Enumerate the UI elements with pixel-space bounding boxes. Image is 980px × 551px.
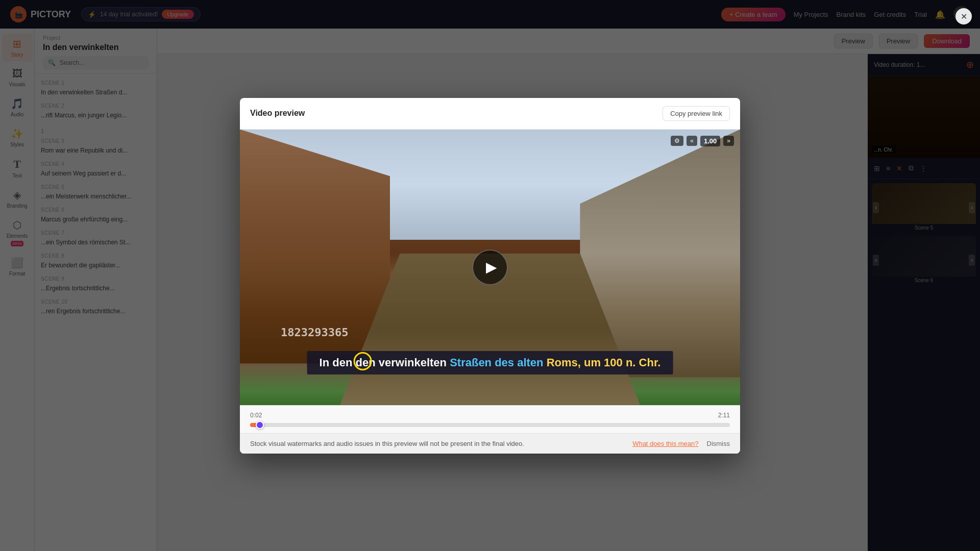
subtitle-normal: In den	[320, 356, 356, 369]
modal-header-actions: Copy preview link	[663, 106, 730, 121]
video-controls-top: ⚙ « 1.00 »	[671, 136, 734, 146]
cursor-circle	[354, 352, 372, 370]
timeline-times: 0:02 2:11	[250, 412, 730, 419]
play-button[interactable]: ▶	[472, 249, 508, 285]
copy-preview-button[interactable]: Copy preview link	[663, 106, 730, 121]
video-background: 1823293365 ▶ ⚙ « 1.00 » In den den ve	[240, 130, 740, 405]
settings-button[interactable]: ⚙	[671, 136, 683, 146]
what-does-this-mean-link[interactable]: What does this mean?	[632, 440, 698, 447]
dismiss-button[interactable]: Dismiss	[707, 440, 730, 447]
video-subtitle: In den den verwinkelten Straßen des alte…	[307, 351, 673, 374]
fast-forward-button[interactable]: »	[723, 136, 734, 146]
modal-close-button[interactable]: ✕	[955, 8, 972, 24]
modal-overlay: ✕ Video preview Copy preview link	[0, 0, 980, 551]
bottom-links: What does this mean? Dismiss	[632, 440, 730, 447]
modal-bottom-bar: Stock visual watermarks and audio issues…	[240, 433, 740, 454]
subtitle-normal-2: verwinkelten	[376, 356, 450, 369]
modal-header: Video preview Copy preview link	[240, 98, 740, 130]
timeline-track[interactable]	[250, 423, 730, 427]
speed-display: 1.00	[700, 136, 720, 146]
timeline-thumb[interactable]	[256, 421, 264, 429]
current-time: 0:02	[250, 412, 262, 419]
modal-title: Video preview	[250, 109, 305, 118]
subtitle-highlight-1: Straßen des alten	[450, 356, 543, 369]
subtitle-highlight-2: Roms, um 100 n. Chr.	[547, 356, 661, 369]
video-player[interactable]: 1823293365 ▶ ⚙ « 1.00 » In den den ve	[240, 130, 740, 433]
bottom-notice: Stock visual watermarks and audio issues…	[250, 440, 524, 447]
video-timeline: 0:02 2:11	[240, 405, 740, 433]
watermark: 1823293365	[281, 326, 348, 339]
play-icon: ▶	[486, 259, 497, 276]
video-preview-modal: Video preview Copy preview link	[240, 98, 740, 454]
rewind-button[interactable]: «	[687, 136, 697, 146]
total-time: 2:11	[718, 412, 730, 419]
